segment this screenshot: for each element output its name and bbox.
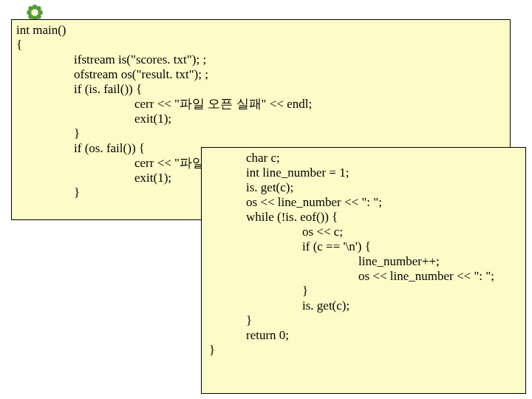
code-line: return 0; bbox=[206, 328, 525, 343]
code-line: if (c == '\n') { bbox=[206, 239, 525, 254]
code-line: char c; bbox=[206, 151, 525, 166]
svg-point-4 bbox=[28, 6, 33, 10]
code-line: os << line_number << ": "; bbox=[206, 195, 525, 210]
code-line: ofstream os("result. txt"); ; bbox=[16, 67, 510, 82]
code-line: is. get(c); bbox=[206, 180, 525, 195]
code-line: cerr << "파일 오픈 실패" << endl; bbox=[16, 97, 510, 112]
code-line: { bbox=[16, 38, 510, 52]
code-line: os << line_number << ": "; bbox=[206, 269, 525, 284]
code-line: } bbox=[206, 313, 525, 328]
svg-point-7 bbox=[36, 14, 41, 18]
svg-point-6 bbox=[28, 14, 33, 18]
code-line: int main() bbox=[16, 23, 510, 38]
code-line: int line_number = 1; bbox=[206, 166, 525, 180]
code-line: } bbox=[206, 284, 525, 299]
code-line: } bbox=[206, 343, 525, 358]
code-line: while (!is. eof()) { bbox=[206, 210, 525, 225]
code-line: exit(1); bbox=[16, 112, 510, 126]
code-line: ifstream is("scores. txt"); ; bbox=[16, 52, 510, 67]
code-line: line_number++; bbox=[206, 254, 525, 269]
code-line: if (is. fail()) { bbox=[16, 82, 510, 97]
svg-point-5 bbox=[36, 6, 41, 10]
code-block-2: char c; int line_number = 1; is. get(c);… bbox=[201, 147, 526, 394]
code-line: os << c; bbox=[206, 225, 525, 239]
code-line: } bbox=[16, 126, 510, 141]
code-line: is. get(c); bbox=[206, 299, 525, 313]
svg-point-8 bbox=[33, 10, 38, 16]
